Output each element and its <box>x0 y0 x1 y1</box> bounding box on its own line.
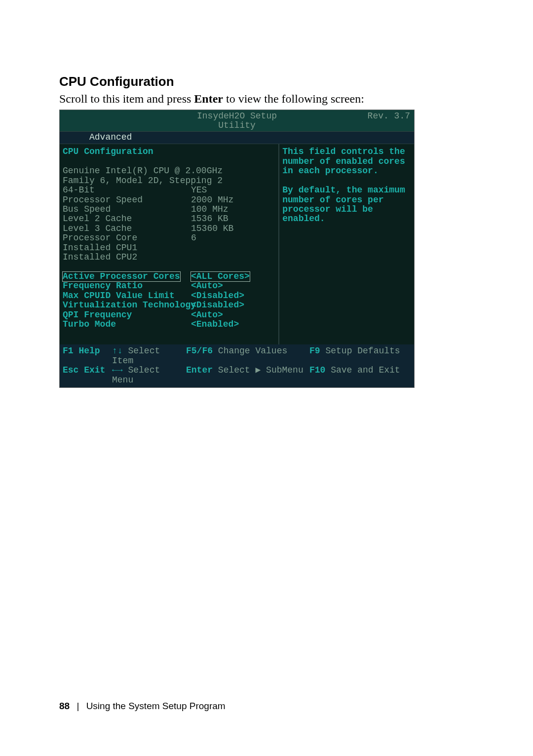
footer-separator: | <box>76 701 79 711</box>
ro-label: Processor Speed <box>63 195 191 205</box>
page-number: 88 <box>59 701 70 711</box>
page-footer: 88 | Using the System Setup Program <box>59 701 226 712</box>
ro-label: Level 2 Cache <box>63 214 191 224</box>
section-heading: CPU Configuration <box>59 74 474 89</box>
ro-label: Installed CPU1 <box>63 243 191 253</box>
ro-value: 2000 MHz <box>191 195 233 205</box>
setting-label[interactable]: QPI Frequency <box>63 310 191 320</box>
footer-key-f5f6: F5/F6 <box>186 346 213 356</box>
cpu-info-line-0: Genuine Intel(R) CPU @ 2.00GHz <box>63 166 275 176</box>
setting-value[interactable]: <Disabled> <box>191 291 244 301</box>
ro-value: 1536 KB <box>191 214 228 224</box>
footer-text: Using the System Setup Program <box>86 701 226 711</box>
bios-help-panel: This field controls the number of enable… <box>279 144 414 344</box>
setting-label[interactable]: Frequency Ratio <box>63 281 191 291</box>
help-paragraph-1: This field controls the number of enable… <box>282 147 410 176</box>
footer-key-enter: Enter <box>186 365 213 375</box>
section-intro: Scroll to this item and press Enter to v… <box>59 92 474 106</box>
setting-label-selected[interactable]: Active Processor Cores <box>63 272 180 281</box>
cpu-info-line-1: Family 6, Model 2D, Stepping 2 <box>63 176 275 186</box>
panel-heading: CPU Configuration <box>63 147 275 156</box>
setting-label[interactable]: Max CPUID Value Limit <box>63 291 191 301</box>
bios-title-bar: InsydeH2O Setup Utility Rev. 3.7 <box>60 110 414 132</box>
setting-value[interactable]: <Auto> <box>191 310 223 320</box>
ro-value: 100 MHz <box>191 205 228 214</box>
footer-key-f10: F10 <box>309 365 325 375</box>
ro-value: YES <box>191 186 207 195</box>
intro-suffix: to view the following screen: <box>223 92 364 105</box>
footer-f5f6-label: Change Values <box>218 346 287 356</box>
bios-footer: F1 Help ↑↓ Select Item F5/F6 Change Valu… <box>60 344 414 387</box>
tab-advanced[interactable]: Advanced <box>89 132 132 142</box>
bios-revision: Rev. 3.7 <box>295 112 410 131</box>
intro-prefix: Scroll to this item and press <box>59 92 194 105</box>
ro-value: 15360 KB <box>191 224 233 233</box>
bios-left-panel: CPU Configuration Genuine Intel(R) CPU @… <box>60 144 279 344</box>
help-paragraph-2: By default, the maximum number of cores … <box>282 186 410 224</box>
footer-esc-label: Exit <box>84 365 105 375</box>
setting-value[interactable]: <Auto> <box>191 281 223 291</box>
footer-key-esc: Esc <box>63 365 78 375</box>
intro-enter: Enter <box>194 92 223 105</box>
footer-key-f9: F9 <box>309 346 320 356</box>
ro-label: Installed CPU2 <box>63 253 191 262</box>
setting-label[interactable]: Virtualization Technology <box>63 301 191 310</box>
footer-key-f1: F1 <box>63 346 74 356</box>
footer-f9-label: Setup Defaults <box>325 346 400 356</box>
setting-value[interactable]: <Disabled> <box>191 301 244 310</box>
ro-label: Bus Speed <box>63 205 191 214</box>
footer-enter-label: Select ▶ SubMenu <box>218 365 304 375</box>
bios-title: InsydeH2O Setup Utility <box>179 112 295 131</box>
bios-tab-bar: Advanced <box>60 132 414 144</box>
ro-label: 64-Bit <box>63 186 191 195</box>
ro-value: 6 <box>191 233 196 243</box>
setting-value-selected[interactable]: <ALL Cores> <box>191 272 250 281</box>
footer-f1-label: Help <box>78 346 100 356</box>
setting-value[interactable]: <Enabled> <box>191 320 239 329</box>
footer-f10-label: Save and Exit <box>331 365 400 375</box>
arrows-ud-icon: ↑↓ <box>112 346 123 356</box>
setting-label[interactable]: Turbo Mode <box>63 320 191 329</box>
ro-label: Level 3 Cache <box>63 224 191 233</box>
ro-label: Processor Core <box>63 233 191 243</box>
bios-screenshot: InsydeH2O Setup Utility Rev. 3.7 Advance… <box>59 110 415 388</box>
arrows-lr-icon: ←→ <box>112 365 123 375</box>
